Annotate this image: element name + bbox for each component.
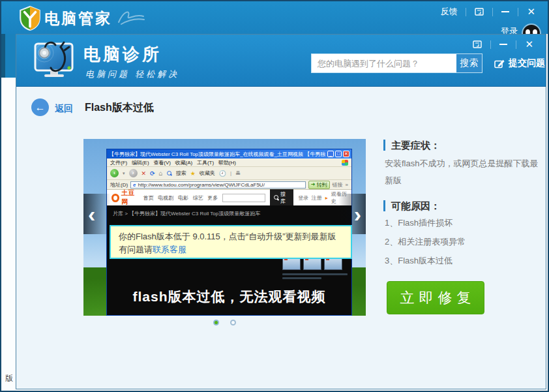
clipped-version-text: 版 bbox=[5, 373, 13, 384]
refresh-icon: ⟳ bbox=[150, 170, 155, 177]
carousel-caption: flash版本过低，无法观看视频 bbox=[107, 288, 351, 306]
dialog-close-button[interactable]: ✕ bbox=[516, 37, 542, 52]
dialog-tagline: 电脑问题 轻松解决 bbox=[85, 68, 179, 80]
edit-pencil-icon bbox=[494, 59, 505, 68]
cause-item: 3、Flash版本过低 bbox=[385, 255, 453, 267]
tudou-nav: 首页 电视剧 电影 综艺 更多 bbox=[143, 194, 218, 202]
ie-addressbar: 地址(D) e http://www.tudou.com/programs/vi… bbox=[107, 180, 351, 190]
search-group: 搜索 bbox=[311, 53, 482, 73]
page-title: Flash版本过低 bbox=[85, 101, 154, 115]
symptoms-heading: 主要症状： bbox=[383, 140, 440, 151]
carousel-dot[interactable] bbox=[230, 320, 236, 325]
carousel-dots bbox=[83, 320, 366, 325]
ie-titlebar: 【牛男独家】现代Webster C3 Roll Top顶级限量敞篷跑车_在线视频… bbox=[107, 149, 351, 158]
popup-window-icon[interactable] bbox=[466, 4, 492, 20]
issue-screenshot-carousel: 【牛男独家】现代Webster C3 Roll Top顶级限量敞篷跑车_在线视频… bbox=[83, 139, 366, 316]
cause-item: 1、Flash插件损坏 bbox=[385, 217, 453, 229]
print-icon: 🖶 bbox=[235, 170, 241, 176]
tudou-logo: 土豆网 bbox=[111, 188, 139, 207]
causes-heading: 可能原因： bbox=[383, 200, 440, 211]
tudou-search-input bbox=[222, 194, 265, 202]
ie-e-icon: e bbox=[133, 182, 136, 188]
app-title: 电脑管家 bbox=[44, 8, 112, 29]
history-icon: 🕘 bbox=[219, 170, 226, 177]
back-label[interactable]: 返回 bbox=[55, 103, 73, 115]
pc-manager-shield-icon bbox=[18, 6, 42, 33]
main-banner-sliver bbox=[1, 34, 16, 78]
dialog-header: 电脑诊所 电脑问题 轻松解决 搜索 提交问题 ✕ bbox=[16, 35, 546, 87]
back-icon: ‹ bbox=[110, 169, 119, 177]
go-button: ➜转到 bbox=[308, 181, 330, 189]
tudou-header: 土豆网 首页 电视剧 电影 综艺 更多 搜库 登录 注册 ▸ 观看历史 bbox=[107, 190, 351, 205]
minimize-button[interactable] bbox=[493, 4, 518, 20]
video-area: 片库 > 【牛男独家】现代Webster C3 Roll Top顶级限量敞篷跑车… bbox=[107, 205, 351, 315]
feedback-button[interactable]: 反馈 bbox=[432, 4, 466, 20]
ie-title-text: 【牛男独家】现代Webster C3 Roll Top顶级限量敞篷跑车_在线视频… bbox=[109, 151, 326, 158]
ie-close-icon: ✕ bbox=[343, 151, 349, 157]
dialog-content: ← 返回 Flash版本过低 【牛男独家】现代Webster C3 Roll T… bbox=[16, 87, 546, 389]
contact-support-link[interactable]: 联系客服 bbox=[153, 245, 186, 254]
dialog-minimize-button[interactable] bbox=[491, 37, 516, 52]
clinic-monitor-stethoscope-icon bbox=[32, 39, 76, 83]
cause-item: 2、相关注册表项异常 bbox=[385, 236, 466, 248]
favorites-star-icon: ★ bbox=[190, 170, 196, 177]
ie-maximize-icon: □ bbox=[335, 151, 342, 157]
home-icon: ⌂ bbox=[159, 170, 163, 177]
main-titlebar: 电脑管家 反馈 ✕ bbox=[1, 1, 548, 34]
stop-icon: ✕ bbox=[141, 170, 147, 177]
lens-icon bbox=[274, 195, 278, 200]
close-button[interactable]: ✕ bbox=[518, 4, 544, 20]
carousel-prev-arrow[interactable]: ‹ bbox=[83, 194, 111, 234]
submit-question-button[interactable]: 提交问题 bbox=[494, 57, 545, 69]
ie-toolbar: ‹ ▾ › ✕ ⟳ ⌂ 搜索 ★ 收藏夹 🕘 | 🖶 bbox=[107, 167, 351, 180]
main-body-sliver: 版 bbox=[1, 78, 16, 391]
flame-icon: ▸ bbox=[325, 195, 328, 201]
forward-icon: › bbox=[129, 169, 138, 177]
tudou-ring-icon bbox=[111, 194, 119, 202]
dialog-title: 电脑诊所 bbox=[83, 43, 162, 66]
windows-flag-icon bbox=[342, 160, 348, 166]
tudou-search-button: 搜库 bbox=[270, 189, 293, 206]
ie-menubar: 文件(F) 编辑(E) 查看(V) 收藏(A) 工具(T) 帮助(H) bbox=[107, 158, 351, 167]
ie-minimize-icon: _ bbox=[327, 151, 334, 157]
search-input[interactable] bbox=[312, 54, 456, 72]
back-button[interactable]: ← bbox=[31, 98, 49, 116]
carousel-dot-active[interactable] bbox=[213, 320, 219, 325]
signature-squiggle-icon bbox=[117, 9, 146, 29]
address-field: e http://www.tudou.com/programs/view/QWt… bbox=[130, 181, 306, 188]
search-button[interactable]: 搜索 bbox=[456, 54, 482, 72]
symptoms-text: 安装flash不成功，或网页总是提醒下载最新版 bbox=[385, 155, 542, 189]
flash-warning-tooltip: 你的Flash版本低于 9.0.115，点击“自动升级”更新到最新版 有问题请联… bbox=[110, 225, 352, 259]
pc-clinic-dialog: 电脑诊所 电脑问题 轻松解决 搜索 提交问题 ✕ ← bbox=[16, 34, 546, 389]
search-lens-icon bbox=[167, 171, 172, 176]
app-window: 电脑管家 反馈 ✕ 登录 版 bbox=[0, 0, 549, 392]
fix-now-button[interactable]: 立即修复 bbox=[387, 281, 484, 314]
dialog-popup-window-icon[interactable] bbox=[464, 37, 490, 52]
breadcrumb: 片库 > 【牛男独家】现代Webster C3 Roll Top顶级限量敞篷跑车 bbox=[113, 210, 260, 217]
